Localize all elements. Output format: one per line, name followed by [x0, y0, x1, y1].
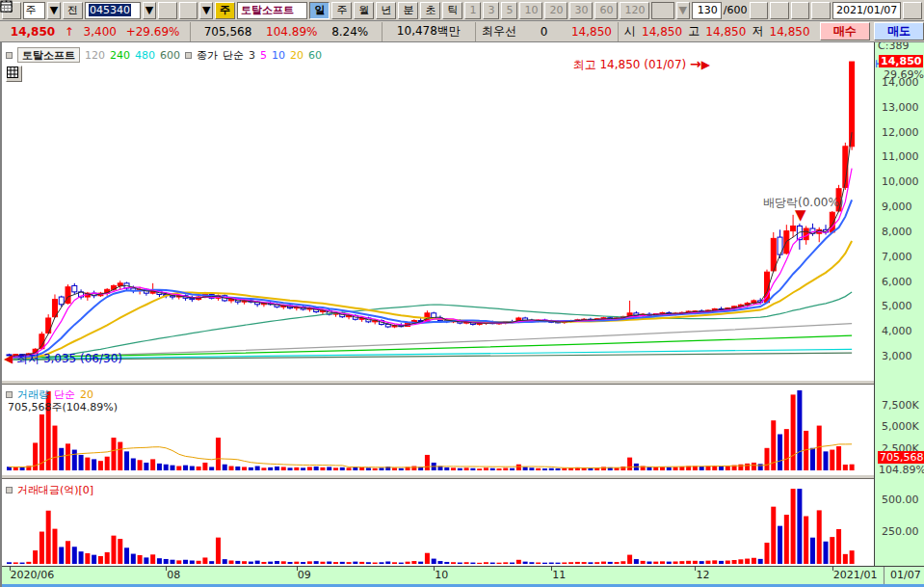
- volume-bar: [255, 467, 260, 470]
- candle: [66, 287, 70, 304]
- amount-bar: [490, 563, 495, 564]
- amount-bar: [588, 562, 593, 564]
- volume-bar: [411, 467, 416, 470]
- tab-weekly[interactable]: 주: [331, 2, 352, 19]
- tick-10-button[interactable]: 10: [519, 2, 542, 19]
- volume-bar: [72, 450, 77, 470]
- price-axis-panel[interactable]: C:389 14,00013,00012,00011,00010,0009,00…: [874, 42, 924, 566]
- amount-bar: [347, 562, 352, 564]
- tick-1-button[interactable]: 1: [464, 2, 481, 19]
- amount-bar: [13, 562, 18, 564]
- tab-tick[interactable]: 틱: [442, 2, 462, 19]
- volume-bar: [242, 467, 247, 470]
- volume-bar: [327, 467, 331, 470]
- tab-second[interactable]: 초: [420, 2, 440, 19]
- panel-handle-icon[interactable]: [6, 52, 13, 59]
- cursor-tool-icon[interactable]: [750, 2, 769, 19]
- speaker-icon[interactable]: [179, 2, 198, 19]
- tab-monthly[interactable]: 월: [354, 2, 374, 19]
- stock-name-field[interactable]: 토탈소프트: [237, 2, 307, 19]
- volume-bar: [399, 468, 404, 470]
- period-combo-dropdown-icon[interactable]: ▼: [47, 2, 61, 19]
- candle: [40, 334, 44, 349]
- chart-area[interactable]: 토탈소프트 120 240 480 600 종가 단순 3 5 10 20 60…: [0, 42, 924, 587]
- volume-bar: [516, 465, 521, 470]
- amount-handle-icon[interactable]: [6, 487, 13, 494]
- tick-30-button[interactable]: 30: [569, 2, 593, 19]
- amount-bar: [437, 561, 442, 564]
- amount-bar: [373, 563, 378, 564]
- volume-bar: [275, 467, 279, 470]
- legend-stock-name[interactable]: 토탈소프트: [17, 47, 80, 63]
- empty-combo[interactable]: [651, 2, 673, 19]
- date-input[interactable]: 2021/01/07: [832, 2, 901, 19]
- legend-ma5: 5: [260, 49, 267, 62]
- chart-canvas[interactable]: [2, 42, 924, 587]
- open-value: 14,850: [642, 25, 682, 39]
- main-toolbar: 주 ▼ 전 045340 ▼ ▼ 주 토탈소프트 일 주 월 년 분 초 틱 1…: [0, 0, 924, 21]
- amount-bar: [79, 551, 84, 564]
- sell-button[interactable]: 매도: [874, 22, 924, 40]
- volume-bar: [503, 467, 508, 470]
- amount-bar: [470, 563, 475, 564]
- period-combo[interactable]: 주: [23, 2, 45, 19]
- volume-bar: [249, 467, 253, 470]
- amount-legend: 거래대금(억)[0]: [6, 483, 93, 497]
- grid-tool-icon[interactable]: [6, 66, 22, 82]
- volume-bar: [268, 467, 273, 470]
- volume-bar: [229, 467, 234, 470]
- panel-splitter-1[interactable]: [2, 380, 874, 385]
- code-dropdown-icon[interactable]: ▼: [143, 2, 156, 19]
- tick-20-button[interactable]: 20: [544, 2, 568, 19]
- amount-bar: [288, 562, 293, 564]
- tick-3-button[interactable]: 3: [483, 2, 499, 19]
- volume-bar: [470, 468, 475, 470]
- date-tick-label: 08: [167, 569, 180, 581]
- ma-handle-icon[interactable]: [185, 52, 192, 59]
- tick-60-button[interactable]: 60: [594, 2, 618, 19]
- empty-combo-dropdown-icon[interactable]: ▼: [676, 2, 690, 19]
- amount-bar: [261, 562, 266, 564]
- price-badge: 14,850: [879, 55, 923, 67]
- trend-tool-icon[interactable]: [770, 2, 789, 19]
- amount-bar: [40, 532, 44, 564]
- prev-button[interactable]: 전: [63, 2, 83, 19]
- volume-bar: [510, 468, 515, 470]
- volume-bar: [830, 450, 834, 470]
- amount-bar: [406, 562, 410, 564]
- calendar-icon[interactable]: [903, 2, 922, 19]
- panel-splitter-2[interactable]: [2, 474, 874, 479]
- amount-bar: [705, 561, 710, 564]
- volume-bar: [13, 467, 18, 470]
- volume-value: 705,568: [204, 25, 252, 39]
- tick-5-button[interactable]: 5: [501, 2, 517, 19]
- speaker-dropdown-icon[interactable]: ▼: [199, 2, 213, 19]
- legend-ma120: 120: [85, 49, 105, 62]
- volume-bar: [307, 467, 312, 470]
- tab-minute[interactable]: 분: [398, 2, 418, 19]
- ma5-line: [10, 169, 853, 358]
- date-tick-label: 11: [552, 569, 566, 581]
- volume-bar: [810, 448, 815, 470]
- stock-code-input[interactable]: 045340: [85, 2, 141, 19]
- market-type-badge: 주: [215, 2, 235, 19]
- date-axis[interactable]: 2020/0608091011122021/01 01/07: [2, 566, 924, 584]
- volume-bar: [817, 426, 822, 470]
- tick-120-button[interactable]: 120: [620, 2, 649, 19]
- tab-yearly[interactable]: 년: [376, 2, 396, 19]
- volume-bar: [791, 394, 796, 470]
- volume-bar: [202, 463, 207, 470]
- buy-button[interactable]: 매수: [820, 22, 870, 40]
- legend-ma480: 480: [135, 49, 155, 62]
- amount-bar: [667, 562, 672, 564]
- amount-tick-label: 250.00: [882, 525, 919, 538]
- volume-bar: [223, 465, 227, 470]
- volume-bar: [373, 468, 378, 470]
- volume-handle-icon[interactable]: [6, 391, 13, 398]
- tab-daily[interactable]: 일: [309, 2, 330, 19]
- save-icon[interactable]: [791, 2, 810, 19]
- search-icon[interactable]: [158, 2, 177, 19]
- amount-bar: [529, 562, 534, 564]
- bar-count-input[interactable]: 130: [692, 2, 722, 19]
- settings-gear-icon[interactable]: [811, 2, 831, 19]
